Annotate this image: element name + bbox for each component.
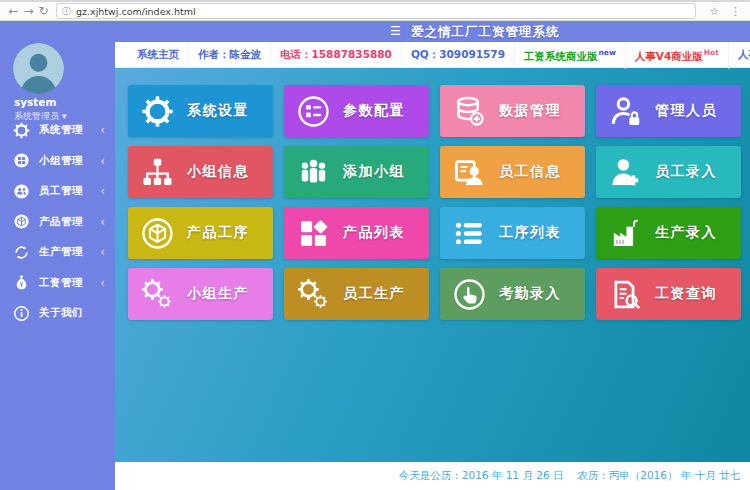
footer-date-text: 今天是公历：2016 年 11 月 26 日 农历：丙申（2016） 年 十月 … bbox=[399, 469, 740, 481]
id-card-icon bbox=[453, 156, 486, 189]
tile-label: 参数配置 bbox=[343, 102, 405, 120]
tile-employee-info[interactable]: 员工信息 bbox=[440, 146, 585, 198]
nav-author[interactable]: 作者：陈金波 bbox=[189, 42, 271, 67]
hand-pointer-icon bbox=[453, 278, 486, 311]
sidebar-item-label: 员工管理 bbox=[39, 184, 83, 198]
tile-group-production[interactable]: 小组生产 bbox=[128, 268, 273, 320]
top-navbar: 系统主页 作者：陈金波 电话：15887835880 QQ：309091579 … bbox=[115, 42, 750, 68]
reload-icon[interactable]: ↻ bbox=[36, 3, 51, 19]
tile-data-management[interactable]: 数据管理 bbox=[440, 85, 585, 137]
nav-hr-v3-edition[interactable]: 人事V3商业版 bbox=[729, 42, 750, 67]
tile-wage-query[interactable]: 工资查询 bbox=[596, 268, 741, 320]
sidebar-item-label: 工资管理 bbox=[39, 276, 83, 290]
user-plus-icon bbox=[609, 156, 642, 189]
chevron-left-icon: ‹ bbox=[100, 276, 105, 290]
app-header: ☰ 爱之情工厂工资管理系统 bbox=[0, 21, 750, 42]
chevron-left-icon: ‹ bbox=[100, 184, 105, 198]
sidebar-menu: 系统管理 ‹ 小组管理 ‹ 员工管理 ‹ 产品管理 ‹ 生产管理 ‹ 工资管理 … bbox=[0, 115, 115, 329]
tile-label: 添加小组 bbox=[343, 163, 405, 181]
main-content: 系统设置 参数配置 数据管理 管理人员 小组信息 添加小组 员工信息 员工录入 bbox=[115, 68, 750, 462]
tile-params-config[interactable]: 参数配置 bbox=[284, 85, 429, 137]
sidebar-item-group-management[interactable]: 小组管理 ‹ bbox=[0, 146, 115, 177]
nav-label: 工资系统商业版 bbox=[524, 50, 598, 62]
tile-group-info[interactable]: 小组信息 bbox=[128, 146, 273, 198]
info-icon bbox=[13, 305, 30, 322]
tile-admin-users[interactable]: 管理人员 bbox=[596, 85, 741, 137]
nav-home[interactable]: 系统主页 bbox=[128, 42, 189, 67]
nav-hr-v4-edition[interactable]: 人事V4商业版Hot bbox=[626, 40, 729, 69]
address-bar[interactable]: ⓘ gz.xjhtwj.com/index.html bbox=[56, 3, 696, 19]
cube-icon bbox=[141, 217, 174, 250]
bookmark-star-icon[interactable]: ☆ bbox=[709, 5, 719, 18]
username: system bbox=[14, 96, 56, 108]
tile-label: 员工录入 bbox=[655, 163, 717, 181]
footer-date-bar: 今天是公历：2016 年 11 月 26 日 农历：丙申（2016） 年 十月 … bbox=[115, 462, 750, 490]
tile-label: 工序列表 bbox=[499, 224, 561, 242]
hamburger-menu-icon[interactable]: ☰ bbox=[390, 25, 401, 38]
tile-label: 产品工序 bbox=[187, 224, 249, 242]
url-text: gz.xjhtwj.com/index.html bbox=[76, 6, 196, 17]
tile-product-process[interactable]: 产品工序 bbox=[128, 207, 273, 259]
grid-icon bbox=[297, 217, 330, 250]
factory-icon bbox=[609, 217, 642, 250]
avatar bbox=[13, 43, 64, 94]
nav-wage-system-edition[interactable]: 工资系统商业版new bbox=[515, 40, 626, 69]
sidebar-item-wage-management[interactable]: 工资管理 ‹ bbox=[0, 268, 115, 299]
nav-label: 人事V4商业版 bbox=[635, 50, 703, 62]
tile-employee-entry[interactable]: 员工录入 bbox=[596, 146, 741, 198]
sidebar-item-about-us[interactable]: 关于我们 bbox=[0, 298, 115, 329]
sidebar-item-production-management[interactable]: 生产管理 ‹ bbox=[0, 237, 115, 268]
tile-attendance-entry[interactable]: 考勤录入 bbox=[440, 268, 585, 320]
gear-icon bbox=[141, 95, 174, 128]
browser-menu-icon[interactable]: ⋮ bbox=[730, 5, 741, 18]
tile-label: 数据管理 bbox=[499, 102, 561, 120]
chevron-left-icon: ‹ bbox=[100, 245, 105, 259]
sidebar-item-label: 产品管理 bbox=[39, 215, 83, 229]
tile-product-list[interactable]: 产品列表 bbox=[284, 207, 429, 259]
new-badge: new bbox=[598, 48, 615, 57]
tile-production-entry[interactable]: 生产录入 bbox=[596, 207, 741, 259]
product-cube-icon bbox=[13, 213, 30, 230]
page-info-icon[interactable]: ⓘ bbox=[62, 5, 71, 18]
tile-employee-production[interactable]: 员工生产 bbox=[284, 268, 429, 320]
tile-label: 员工信息 bbox=[499, 163, 561, 181]
tile-label: 生产录入 bbox=[655, 224, 717, 242]
database-plus-icon bbox=[453, 95, 486, 128]
app-title: 爱之情工厂工资管理系统 bbox=[411, 24, 560, 41]
gears-icon bbox=[297, 278, 330, 311]
employees-icon bbox=[13, 183, 30, 200]
back-icon[interactable]: ← bbox=[6, 3, 21, 19]
tile-system-settings[interactable]: 系统设置 bbox=[128, 85, 273, 137]
list-icon bbox=[453, 217, 486, 250]
sidebar-item-label: 小组管理 bbox=[39, 154, 83, 168]
gear-icon bbox=[13, 122, 30, 139]
sync-icon bbox=[13, 244, 30, 261]
tile-add-group[interactable]: 添加小组 bbox=[284, 146, 429, 198]
gears-icon bbox=[141, 278, 174, 311]
tile-label: 管理人员 bbox=[655, 102, 717, 120]
sidebar-item-employee-management[interactable]: 员工管理 ‹ bbox=[0, 176, 115, 207]
tile-process-list[interactable]: 工序列表 bbox=[440, 207, 585, 259]
chevron-left-icon: ‹ bbox=[100, 154, 105, 168]
sitemap-icon bbox=[141, 156, 174, 189]
sidebar-item-label: 系统管理 bbox=[39, 123, 83, 137]
chevron-left-icon: ‹ bbox=[100, 215, 105, 229]
tile-label: 小组信息 bbox=[187, 163, 249, 181]
tile-label: 考勤录入 bbox=[499, 285, 561, 303]
nav-phone[interactable]: 电话：15887835880 bbox=[271, 42, 402, 67]
sidebar-item-label: 生产管理 bbox=[39, 245, 83, 259]
user-lock-icon bbox=[609, 95, 642, 128]
sidebar-item-label: 关于我们 bbox=[39, 306, 83, 320]
group-grid-icon bbox=[13, 152, 30, 169]
document-search-icon bbox=[609, 278, 642, 311]
chevron-left-icon: ‹ bbox=[100, 123, 105, 137]
nav-qq[interactable]: QQ：309091579 bbox=[402, 42, 515, 67]
tile-label: 员工生产 bbox=[343, 285, 405, 303]
sidebar-item-system-management[interactable]: 系统管理 ‹ bbox=[0, 115, 115, 146]
sidebar: system 系统管理员 ▾ 系统管理 ‹ 小组管理 ‹ 员工管理 ‹ 产品管理… bbox=[0, 21, 115, 490]
tile-label: 工资查询 bbox=[655, 285, 717, 303]
sidebar-item-product-management[interactable]: 产品管理 ‹ bbox=[0, 207, 115, 238]
forward-icon[interactable]: → bbox=[21, 3, 36, 19]
tile-label: 产品列表 bbox=[343, 224, 405, 242]
tile-grid: 系统设置 参数配置 数据管理 管理人员 小组信息 添加小组 员工信息 员工录入 bbox=[115, 68, 750, 320]
